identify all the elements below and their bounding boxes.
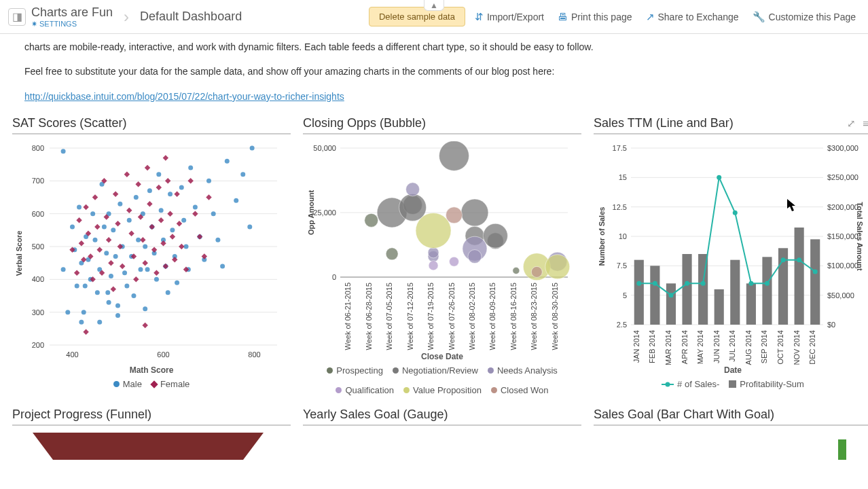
svg-point-84 <box>247 225 252 230</box>
svg-rect-231 <box>715 289 724 325</box>
svg-point-51 <box>136 238 141 242</box>
svg-point-185 <box>450 257 459 266</box>
svg-rect-110 <box>113 192 118 197</box>
funnel-chart[interactable] <box>12 433 284 460</box>
breadcrumb-sep-icon: › <box>118 7 134 26</box>
svg-rect-113 <box>120 264 125 269</box>
sat-scatter-chart[interactable]: 200300400500600700800400600800Verbal Sco… <box>12 141 284 365</box>
svg-point-43 <box>117 202 122 206</box>
legend-negotiation[interactable]: Negotiation/Review <box>402 365 478 376</box>
customize-button[interactable]: 🔧Customize this Page <box>748 11 860 23</box>
legend-closedwon[interactable]: Closed Won <box>501 385 549 395</box>
dashboard-name[interactable]: Default Dashboard <box>140 10 242 24</box>
svg-marker-250 <box>33 433 264 460</box>
svg-rect-97 <box>83 204 88 210</box>
expand-icon[interactable]: ⤢ <box>844 117 859 130</box>
svg-point-174 <box>461 199 488 226</box>
legend-qualification[interactable]: Qualification <box>345 385 394 395</box>
legend-male[interactable]: Male <box>123 379 142 389</box>
svg-rect-234 <box>762 257 772 325</box>
svg-point-79 <box>215 238 220 242</box>
legend-valueprop[interactable]: Value Proposition <box>413 385 482 395</box>
svg-point-19 <box>65 310 70 314</box>
opps-bubble-chart[interactable]: 025,00050,000Week of 06-21-2015Week of 0… <box>303 141 575 352</box>
svg-rect-115 <box>126 208 132 213</box>
card-sales-ttm: Sales TTM (Line and Bar) ⤢ ≡ 2.557.51012… <box>594 116 868 395</box>
svg-text:JUN 2014: JUN 2014 <box>712 330 721 363</box>
app-name: Charts are Fun <box>31 5 113 20</box>
svg-point-80 <box>220 264 225 269</box>
legend-profitability[interactable]: Profitability-Sum <box>740 379 804 389</box>
svg-rect-101 <box>92 194 98 200</box>
share-button[interactable]: ↗Share to Exchange <box>642 11 743 23</box>
sat-legend: Male Female <box>12 375 291 389</box>
gear-icon: ✷ <box>31 20 37 29</box>
svg-point-69 <box>179 185 184 190</box>
svg-text:200: 200 <box>32 341 44 349</box>
svg-point-177 <box>483 223 507 248</box>
svg-point-32 <box>95 290 100 295</box>
svg-rect-129 <box>158 217 164 223</box>
svg-point-168 <box>386 248 398 260</box>
svg-text:FEB 2014: FEB 2014 <box>648 330 656 363</box>
svg-text:Opp Amount: Opp Amount <box>307 190 315 236</box>
svg-point-239 <box>653 281 657 286</box>
svg-point-190 <box>531 267 542 278</box>
card-yearly-gauge: Yearly Sales Goal (Gauge) <box>303 408 581 460</box>
app-logo-icon[interactable]: ◨ <box>8 8 26 26</box>
legend-prospecting[interactable]: Prospecting <box>336 365 383 376</box>
svg-text:2.5: 2.5 <box>617 321 627 329</box>
card-project-funnel: Project Progress (Funnel) <box>12 408 291 460</box>
svg-text:JAN 2014: JAN 2014 <box>632 330 640 363</box>
settings-link[interactable]: ✷SETTINGS <box>31 20 113 29</box>
svg-point-244 <box>733 211 738 215</box>
svg-point-87 <box>143 307 147 312</box>
svg-text:Week of 07-12-2015: Week of 07-12-2015 <box>406 283 414 350</box>
svg-point-59 <box>154 277 159 282</box>
card-title: Closing Opps (Bubble) <box>303 116 581 130</box>
svg-point-173 <box>439 141 469 170</box>
svg-rect-111 <box>115 221 120 226</box>
goal-bar-chart[interactable] <box>594 433 865 460</box>
collapse-top-icon[interactable]: ▲ <box>424 0 444 11</box>
import-export-button[interactable]: ⇵Import/Export <box>471 11 548 23</box>
ttm-combo-chart[interactable]: 2.557.51012.51517.5$0$50,000$100,000$150… <box>594 141 865 365</box>
svg-point-78 <box>211 211 216 216</box>
svg-rect-95 <box>79 240 84 246</box>
svg-rect-229 <box>682 254 691 325</box>
menu-icon[interactable]: ≡ <box>859 117 868 129</box>
card-sat-scatter: SAT Scores (Scatter) 2003004005006007008… <box>12 116 291 395</box>
svg-point-22 <box>75 284 79 289</box>
svg-point-242 <box>701 281 706 286</box>
svg-rect-94 <box>76 217 82 223</box>
svg-point-20 <box>70 225 75 230</box>
svg-point-81 <box>225 159 230 164</box>
svg-text:$250,000: $250,000 <box>827 174 858 182</box>
svg-rect-93 <box>74 270 79 276</box>
svg-rect-226 <box>634 260 644 325</box>
svg-rect-116 <box>128 231 134 236</box>
print-button[interactable]: 🖶Print this page <box>554 11 636 22</box>
sat-xlabel: Math Score <box>12 365 291 375</box>
svg-point-77 <box>206 179 211 183</box>
svg-rect-137 <box>177 221 182 226</box>
svg-point-46 <box>124 284 129 289</box>
svg-rect-114 <box>124 172 130 177</box>
delete-sample-button[interactable]: Delete sample data <box>369 7 465 26</box>
svg-point-189 <box>446 207 463 223</box>
svg-point-23 <box>77 205 82 210</box>
svg-text:600: 600 <box>32 210 44 218</box>
svg-rect-251 <box>838 439 846 460</box>
legend-female[interactable]: Female <box>160 379 189 389</box>
svg-point-85 <box>250 146 255 151</box>
svg-point-249 <box>813 270 818 274</box>
legend-numsales[interactable]: # of Sales- <box>677 379 719 389</box>
svg-text:15: 15 <box>619 174 627 182</box>
svg-text:SEP 2014: SEP 2014 <box>760 330 768 363</box>
svg-point-18 <box>61 268 66 272</box>
legend-needs[interactable]: Needs Analysis <box>497 365 558 376</box>
blog-link[interactable]: http://quickbase.intuit.com/blog/2015/07… <box>24 91 344 102</box>
svg-rect-233 <box>746 284 756 325</box>
breadcrumb-app[interactable]: Charts are Fun ✷SETTINGS <box>31 5 113 29</box>
svg-rect-121 <box>140 237 145 242</box>
